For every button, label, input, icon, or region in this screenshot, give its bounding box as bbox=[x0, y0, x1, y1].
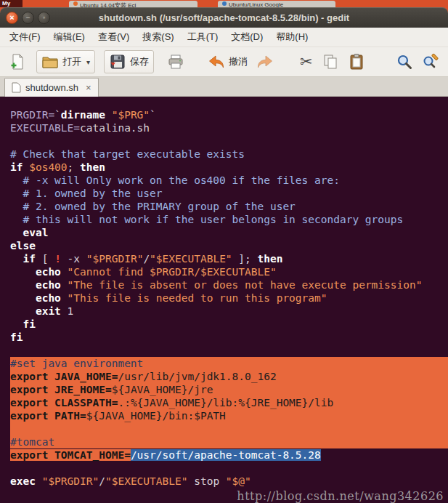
code-line-12: if [ ! -x "$PRGDIR"/"$EXECUTABLE" ]; the… bbox=[10, 252, 448, 265]
menu-item[interactable]: 搜索(S) bbox=[136, 28, 180, 47]
favicon-icon bbox=[222, 1, 227, 6]
open-folder-icon bbox=[41, 53, 59, 71]
copy-icon bbox=[322, 53, 339, 71]
code-line-19 bbox=[10, 344, 448, 357]
menu-item[interactable]: 帮助(H) bbox=[269, 28, 314, 47]
code-line-7: # 1. owned by the user bbox=[10, 187, 448, 200]
chevron-down-icon[interactable]: ▾ bbox=[86, 58, 90, 66]
code-line-5: if $os400; then bbox=[10, 161, 448, 174]
code-line-26: #tomcat bbox=[10, 435, 448, 448]
save-icon bbox=[109, 53, 126, 71]
copy-button[interactable] bbox=[317, 51, 343, 73]
code-line-3 bbox=[10, 134, 448, 148]
code-area: PRGDIR=`dirname "$PRG"`EXECUTABLE=catali… bbox=[0, 97, 448, 488]
undo-icon bbox=[208, 53, 225, 71]
print-button[interactable] bbox=[163, 51, 189, 73]
code-line-23: export CLASSPATH=.:%{JAVA_HOME}/lib:%{JR… bbox=[10, 396, 448, 409]
window-controls: × – ▫ bbox=[0, 12, 50, 24]
search-icon bbox=[396, 53, 413, 71]
code-line-28 bbox=[10, 462, 448, 475]
background-tab-label: Ubuntu/Linux Google bbox=[229, 1, 283, 7]
watermark-text: http://blog.csdn.net/wang342626 bbox=[237, 490, 444, 503]
code-line-27: export TOMCAT_HOME=/usr/soft/apache-tomc… bbox=[10, 448, 448, 462]
maximize-window-button[interactable]: ▫ bbox=[38, 12, 50, 24]
close-icon: × bbox=[9, 14, 14, 22]
code-line-29: exec "$PRGDIR"/"$EXECUTABLE" stop "$@" bbox=[10, 475, 448, 488]
tab-shutdown-sh[interactable]: shutdown.sh × bbox=[4, 78, 99, 97]
code-line-11: else bbox=[10, 239, 448, 252]
close-window-button[interactable]: × bbox=[6, 12, 18, 24]
code-line-20: #set java environment bbox=[10, 357, 448, 370]
tab-label: shutdown.sh bbox=[25, 82, 78, 93]
gedit-window: × – ▫ shutdown.sh (/usr/soft/apache-tomc… bbox=[0, 7, 448, 503]
new-document-button[interactable] bbox=[4, 51, 30, 73]
search-button[interactable] bbox=[391, 51, 418, 73]
code-line-8: # 2. owned by the PRIMARY group of the u… bbox=[10, 200, 448, 213]
code-line-24: export PATH=${JAVA_HOME}/bin:$PATH bbox=[10, 409, 448, 422]
menu-item[interactable]: 查看(V) bbox=[91, 28, 136, 47]
code-line-16: exit 1 bbox=[10, 305, 448, 318]
code-line-6: # -x will Only work on the os400 if the … bbox=[10, 174, 448, 187]
code-line-22: export JRE_HOME=${JAVA_HOME}/jre bbox=[10, 383, 448, 396]
open-button-label: 打开 bbox=[62, 55, 81, 68]
save-button[interactable]: 保存 bbox=[104, 50, 154, 73]
main-toolbar: 打开 ▾ 保存 撤消 bbox=[0, 47, 448, 77]
document-tab-bar: shutdown.sh × bbox=[0, 77, 448, 97]
code-line-17: fi bbox=[10, 318, 448, 331]
background-browser-tab-1[interactable]: Ubuntu 14.04安装 Ecl bbox=[69, 1, 197, 7]
maximize-icon: ▫ bbox=[43, 15, 45, 21]
code-line-9: # this will not work if the user belongs… bbox=[10, 213, 448, 226]
favicon-icon bbox=[73, 1, 78, 6]
new-document-icon bbox=[9, 53, 26, 71]
menu-bar: 文件(F)编辑(E)查看(V)搜索(S)工具(T)文档(D)帮助(H) bbox=[0, 28, 448, 47]
tab-close-icon[interactable]: × bbox=[86, 82, 91, 93]
redo-button[interactable] bbox=[252, 51, 278, 73]
find-replace-icon bbox=[422, 53, 439, 71]
minimize-icon: – bbox=[26, 15, 30, 21]
menu-item[interactable]: 编辑(E) bbox=[47, 28, 91, 47]
menu-item[interactable]: 工具(T) bbox=[181, 28, 225, 47]
code-line-14: echo "The file is absent or does not hav… bbox=[10, 278, 448, 291]
background-tab-label: Ubuntu 14.04安装 Ecl bbox=[80, 1, 136, 7]
document-icon bbox=[12, 82, 21, 93]
code-line-21: export JAVA_HOME=/usr/lib/jvm/jdk1.8.0_1… bbox=[10, 370, 448, 383]
code-line-18: fi bbox=[10, 331, 448, 344]
redo-icon bbox=[256, 53, 274, 71]
titlebar[interactable]: × – ▫ shutdown.sh (/usr/soft/apache-tomc… bbox=[0, 7, 448, 28]
cut-scissors-icon: ✂ bbox=[300, 53, 313, 71]
code-line-25 bbox=[10, 422, 448, 435]
paste-clipboard-icon bbox=[348, 53, 365, 71]
code-line-4: # Check that target executable exists bbox=[10, 148, 448, 161]
code-line-10: eval bbox=[10, 226, 448, 239]
printer-icon bbox=[167, 53, 184, 71]
background-windows-strip: My Ubuntu 14.04安装 Ecl Ubuntu/Linux Googl… bbox=[0, 0, 448, 7]
cut-button[interactable]: ✂ bbox=[296, 51, 317, 73]
undo-button-label: 撤消 bbox=[229, 55, 248, 68]
undo-button[interactable]: 撤消 bbox=[203, 51, 252, 73]
menu-item[interactable]: 文件(F) bbox=[3, 28, 47, 47]
text-editor[interactable]: PRGDIR=`dirname "$PRG"`EXECUTABLE=catali… bbox=[0, 97, 448, 503]
window-title: shutdown.sh (/usr/soft/apache-tomcat-8.5… bbox=[0, 12, 448, 23]
code-line-15: echo "This file is needed to run this pr… bbox=[10, 291, 448, 305]
save-button-label: 保存 bbox=[130, 55, 149, 68]
code-line-2: EXECUTABLE=catalina.sh bbox=[10, 121, 448, 134]
open-button[interactable]: 打开 ▾ bbox=[36, 50, 95, 73]
background-browser-tab-2[interactable]: Ubuntu/Linux Google bbox=[218, 1, 335, 7]
menu-item[interactable]: 文档(D) bbox=[224, 28, 269, 47]
code-line-1: PRGDIR=`dirname "$PRG"` bbox=[10, 108, 448, 121]
find-replace-button[interactable] bbox=[418, 51, 444, 73]
paste-button[interactable] bbox=[343, 51, 370, 73]
background-window-label: My bbox=[0, 0, 23, 7]
code-line-13: echo "Cannot find $PRGDIR/$EXECUTABLE" bbox=[10, 265, 448, 278]
minimize-window-button[interactable]: – bbox=[22, 12, 34, 24]
